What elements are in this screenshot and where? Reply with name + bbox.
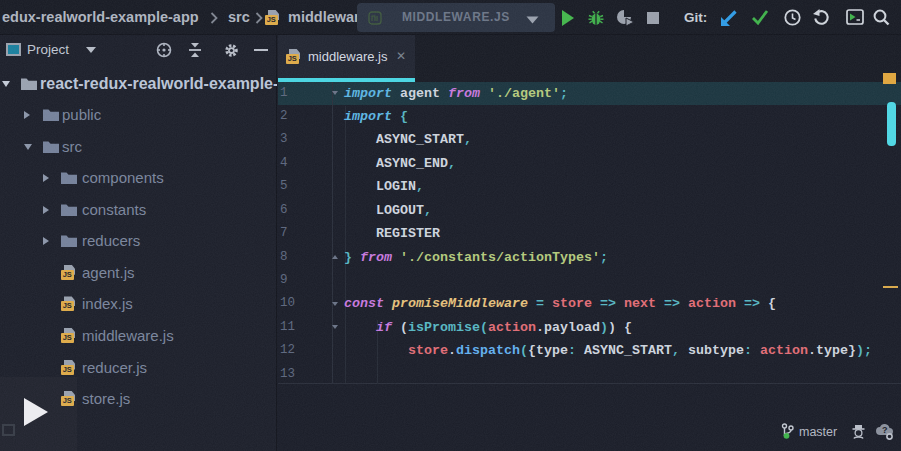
svg-text:?: ? [882, 425, 888, 435]
